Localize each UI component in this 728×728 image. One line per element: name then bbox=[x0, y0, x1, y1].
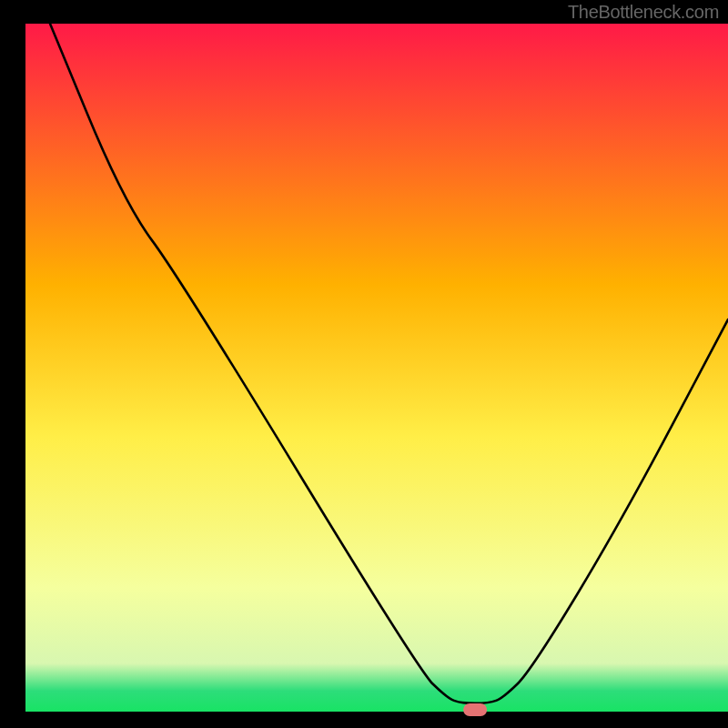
chart-svg bbox=[0, 0, 728, 728]
plot-area bbox=[25, 24, 728, 712]
chart-container: TheBottleneck.com bbox=[0, 0, 728, 728]
optimal-marker bbox=[463, 703, 487, 716]
watermark-text: TheBottleneck.com bbox=[568, 2, 719, 23]
